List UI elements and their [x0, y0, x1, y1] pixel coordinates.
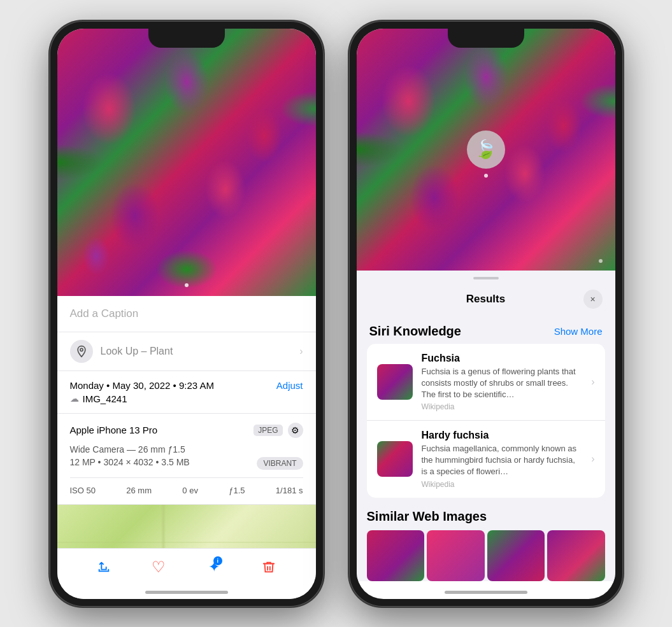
fuchsia-description: Fuchsia is a genus of flowering plants t… [422, 366, 583, 401]
lookup-chevron-icon: › [299, 346, 303, 357]
camera-section: Apple iPhone 13 Pro JPEG ⚙ Wide Camera —… [57, 414, 316, 505]
exif-row: ISO 50 26 mm 0 ev ƒ1.5 1/181 s [70, 477, 303, 495]
siri-leaf-icon: 🍃 [475, 139, 497, 160]
phone-1: Add a Caption Look Up – Plant › [50, 21, 324, 607]
hardy-fuchsia-description: Fuchsia magellanica, commonly known as t… [422, 443, 583, 478]
phone-2-screen: 🍃 Results × Siri Knowledge [357, 29, 615, 599]
phones-container: Add a Caption Look Up – Plant › [50, 21, 623, 607]
info-button[interactable]: ✦ i [201, 554, 227, 580]
results-panel: Results × Siri Knowledge Show More Fu [357, 271, 615, 581]
hardy-fuchsia-name: Hardy fuchsia [422, 430, 583, 441]
exif-exposure: 0 ev [182, 486, 198, 495]
vibrant-badge: VIBRANT [257, 457, 303, 470]
exif-shutter: 1/181 s [276, 486, 303, 495]
photo-area [57, 29, 316, 296]
knowledge-item-fuchsia[interactable]: Fuchsia Fuchsia is a genus of flowering … [367, 344, 605, 421]
heart-button[interactable]: ♡ [146, 554, 171, 580]
web-image-1[interactable] [367, 530, 425, 581]
phone2-photo-area: 🍃 [357, 29, 615, 271]
camera-model: Apple iPhone 13 Pro [70, 425, 158, 435]
lookup-row[interactable]: Look Up – Plant › [57, 332, 316, 371]
close-icon: × [590, 294, 595, 304]
phone-1-screen: Add a Caption Look Up – Plant › [57, 29, 316, 599]
hardy-fuchsia-chevron-icon: › [591, 453, 594, 465]
photo-dot-indicator [185, 283, 189, 287]
caption-placeholder[interactable]: Add a Caption [70, 307, 139, 320]
web-image-4[interactable] [547, 530, 605, 581]
knowledge-card: Fuchsia Fuchsia is a genus of flowering … [367, 344, 605, 498]
lens-info: Wide Camera — 26 mm ƒ1.5 [70, 444, 303, 454]
flower-photo[interactable] [57, 29, 316, 296]
adjust-button[interactable]: Adjust [276, 380, 303, 391]
fuchsia-thumbnail [377, 364, 413, 400]
siri-bubble[interactable]: 🍃 [467, 130, 505, 169]
home-indicator-2 [445, 591, 527, 594]
fuchsia-source: Wikipedia [422, 402, 583, 411]
exif-aperture: ƒ1.5 [229, 486, 245, 495]
siri-knowledge-title: Siri Knowledge [369, 324, 461, 339]
filename: IMG_4241 [83, 393, 127, 404]
knowledge-item-hardy-fuchsia[interactable]: Hardy fuchsia Fuchsia magellanica, commo… [367, 420, 605, 498]
photo-date: Monday • May 30, 2022 • 9:23 AM [70, 380, 214, 391]
settings-icon[interactable]: ⚙ [288, 423, 303, 438]
exif-iso: ISO 50 [70, 486, 96, 495]
caption-area[interactable]: Add a Caption [57, 296, 316, 332]
map-section[interactable] [57, 505, 316, 548]
drag-handle[interactable] [473, 277, 499, 279]
fuchsia-text: Fuchsia Fuchsia is a genus of flowering … [422, 353, 583, 412]
photo2-dot-indicator [599, 259, 603, 263]
share-button[interactable] [91, 554, 117, 580]
show-more-button[interactable]: Show More [554, 326, 603, 337]
fuchsia-name: Fuchsia [422, 353, 583, 364]
svg-point-0 [80, 348, 82, 351]
home-indicator-1 [145, 591, 228, 594]
siri-dot [484, 174, 488, 178]
siri-knowledge-header: Siri Knowledge Show More [357, 318, 615, 344]
close-button[interactable]: × [583, 290, 603, 309]
web-images-title: Similar Web Images [367, 509, 605, 524]
phone-2: 🍃 Results × Siri Knowledge [349, 21, 623, 607]
exif-focal: 26 mm [126, 486, 152, 495]
cloud-icon: ☁ [70, 393, 79, 404]
lookup-label: Look Up – Plant [101, 346, 173, 357]
results-header: Results × [357, 283, 615, 318]
meta-section: Monday • May 30, 2022 • 9:23 AM Adjust ☁… [57, 371, 316, 414]
notch [148, 29, 225, 48]
resolution-info: 12 MP • 3024 × 4032 • 3.5 MB [70, 457, 190, 467]
web-images-row [367, 530, 605, 581]
web-image-3[interactable] [487, 530, 545, 581]
web-image-2[interactable] [427, 530, 485, 581]
fuchsia-chevron-icon: › [591, 376, 594, 388]
lookup-icon [70, 340, 93, 363]
hardy-fuchsia-thumbnail [377, 441, 413, 477]
notch-2 [448, 29, 524, 48]
format-badge: JPEG [254, 425, 282, 436]
hardy-fuchsia-text: Hardy fuchsia Fuchsia magellanica, commo… [422, 430, 583, 489]
web-images-section: Similar Web Images [357, 503, 615, 581]
hardy-fuchsia-source: Wikipedia [422, 480, 583, 489]
trash-button[interactable] [256, 554, 282, 580]
results-title: Results [389, 293, 583, 306]
